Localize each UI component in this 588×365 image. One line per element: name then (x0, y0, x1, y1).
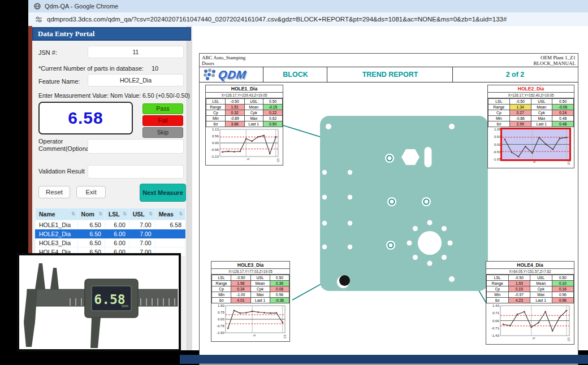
measurement-row[interactable]: HOLE3_Dia 6.50 6.00 7.00 (36, 238, 185, 247)
chart-subtitle: X=126.17,Y=152.40,Z=19.05 (488, 93, 574, 98)
feature-name-input[interactable]: HOLE2_Dia (88, 74, 184, 86)
svg-text:5: 5 (533, 161, 537, 163)
cell-meas[interactable] (155, 238, 185, 247)
chart-subtitle: X=64.05,Y=151.57,Z=7.62 (486, 269, 574, 275)
sort-icon[interactable]: ⇅ (71, 211, 75, 216)
address-bar[interactable]: qdmprod3.3dcs.com/qdm_qa/?csv=2024020716… (28, 12, 588, 27)
cell-name[interactable]: HOLE1_Dia (36, 220, 78, 229)
site-settings-icon[interactable] (35, 16, 42, 23)
svg-text:5: 5 (532, 337, 536, 340)
caliper-image: 6.58 mm (17, 253, 181, 351)
svg-text:0.00: 0.00 (492, 319, 500, 323)
qdm-report-page: ABC Auto_Stamping Doors OEM Plant 1_Z1 B… (199, 53, 578, 365)
panel-title: Data Entry Portal (32, 27, 191, 41)
feature-name-label: Feature Name: (38, 78, 80, 85)
stat-row: Min-0.97 Max0.96 (487, 292, 574, 298)
cell-nom[interactable]: 6.50 (77, 229, 105, 238)
stat-table: LSL-0.50 USL0.50 Range1.93 Mean0.10 Cp0.… (486, 275, 574, 303)
cell-usl[interactable]: 7.00 (129, 220, 155, 229)
sort-icon[interactable]: ⇅ (149, 211, 153, 216)
stat-row: Min-0.89 Max0.62 (206, 116, 283, 121)
svg-text:-0.56: -0.56 (211, 147, 219, 151)
window-title: Qdm-QA - Google Chrome (45, 3, 118, 10)
stat-row: Range1.93 Mean0.10 (487, 281, 574, 286)
stat-row: Range1.96 Mean0.39 (212, 281, 289, 286)
stat-row: LSL-0.50 USL0.50 (487, 275, 574, 281)
stat-row: Cp0.27 Cpk0.24 (488, 110, 574, 116)
fail-button[interactable]: Fail (142, 115, 183, 126)
column-header-usl[interactable]: USL⇅ (129, 208, 155, 220)
title-bar[interactable]: Qdm-QA - Google Chrome (28, 0, 588, 13)
svg-text:-0.75: -0.75 (217, 324, 225, 328)
measurement-row[interactable]: HOLE1_Dia 6.50 6.00 7.00 6.58 (36, 220, 185, 229)
sort-icon[interactable]: ⇅ (98, 211, 102, 216)
validation-result-input[interactable] (88, 165, 184, 179)
cell-usl[interactable]: 7.00 (129, 238, 155, 247)
measurement-table-header: Name⇅Nom⇅LSL⇅USL⇅Meas⇅ (36, 208, 185, 220)
measurement-value: 6.58 (68, 108, 103, 128)
operator-comment-label: Operator Comment(Optional) (38, 138, 89, 153)
svg-text:5: 5 (253, 334, 257, 337)
caliper-drawing: 6.58 mm (19, 255, 179, 349)
measurement-row[interactable]: HOLE2_Dia 6.50 6.00 7.00 (36, 229, 185, 238)
column-header-lsl[interactable]: LSL⇅ (105, 208, 129, 220)
report-plant: OEM Plant 1_Z1 (541, 55, 576, 60)
skip-button[interactable]: Skip (142, 127, 183, 138)
reset-button[interactable]: Reset (38, 186, 70, 198)
exit-button[interactable]: Exit (76, 186, 106, 198)
qdm-logo-text: QDM (217, 68, 247, 81)
cell-meas[interactable] (155, 229, 185, 238)
panel-gutter (187, 26, 192, 350)
cell-lsl[interactable]: 6.00 (105, 238, 129, 247)
svg-text:0.71: 0.71 (492, 311, 500, 315)
trend-chart-panel-hole3: HOLE3_Dia X=126.17,Y=77.03,Z=19.05 LSL-0… (211, 261, 290, 342)
svg-text:1.13: 1.13 (212, 127, 219, 131)
cell-meas[interactable]: 6.58 (155, 220, 185, 229)
svg-text:0.00: 0.00 (218, 317, 225, 321)
chart-subtitle: X=126.17,Y=229.43,Z=19.05 (206, 93, 283, 98)
report-company: ABC Auto_Stamping (202, 55, 245, 60)
parts-count-value: 10 (152, 65, 158, 72)
stat-row: Cp0.34 Cpk0.08 (212, 286, 289, 292)
cell-lsl[interactable]: 6.00 (105, 220, 129, 229)
cell-name[interactable]: HOLE2_Dia (36, 229, 78, 238)
cell-nom[interactable]: 6.50 (77, 220, 105, 229)
slot-cutout (425, 147, 432, 167)
caliper-unit: mm (122, 304, 128, 308)
svg-text:0.56: 0.56 (212, 134, 219, 138)
svg-text:5: 5 (247, 158, 250, 160)
next-measure-button[interactable]: Next Measure (140, 184, 186, 202)
cell-name[interactable]: HOLE3_Dia (36, 238, 78, 247)
sort-icon[interactable]: ⇅ (179, 211, 183, 216)
report-department: Doors (202, 60, 214, 66)
cell-usl[interactable]: 7.00 (129, 229, 155, 238)
svg-text:0.00: 0.00 (494, 142, 501, 146)
svg-text:-0.53: -0.53 (493, 150, 501, 154)
svg-text:-1.43: -1.43 (491, 333, 500, 337)
cell-lsl[interactable]: 6.00 (105, 229, 129, 238)
trend-chart: 5101.130.560.00-0.56-1.13 (206, 127, 283, 166)
stat-row: Cp0.32 Cpk0.22 (206, 110, 283, 116)
pass-button[interactable]: Pass (142, 103, 183, 114)
measurement-table: Name⇅Nom⇅LSL⇅USL⇅Meas⇅ HOLE1_Dia 6.50 6.… (35, 208, 185, 257)
column-header-meas[interactable]: Meas⇅ (155, 208, 185, 220)
jsn-input[interactable]: 11 (88, 46, 184, 58)
url-text[interactable]: qdmprod3.3dcs.com/qdm_qa/?csv=2024020716… (47, 16, 507, 23)
column-header-nom[interactable]: Nom⇅ (77, 208, 105, 220)
stat-row: Cp0.19 Cpk0.16 (487, 286, 574, 292)
stat-row: 6σ4.23 Last 10.96 (487, 298, 574, 303)
stamped-plate (320, 116, 488, 291)
measurement-value-box[interactable]: 6.58 (38, 102, 133, 134)
stat-row: LSL-0.50 USL0.50 (488, 99, 574, 105)
qdm-logo: QDM (200, 67, 266, 82)
column-header-name[interactable]: Name⇅ (36, 208, 78, 220)
cell-nom[interactable]: 6.50 (77, 238, 105, 247)
operator-comment-input[interactable] (88, 139, 184, 154)
bottom-bar (180, 355, 588, 364)
report-mode: BLOCK_MANUAL (533, 60, 576, 66)
svg-text:10: 10 (567, 337, 571, 341)
stat-row: Range1.34 Mean-0.06 (488, 105, 574, 110)
trend-chart: 5101.430.710.00-0.71-1.43 (486, 303, 574, 345)
report-header-band: QDM BLOCK TREND REPORT 2 of 2 (200, 67, 578, 82)
sort-icon[interactable]: ⇅ (123, 211, 127, 216)
